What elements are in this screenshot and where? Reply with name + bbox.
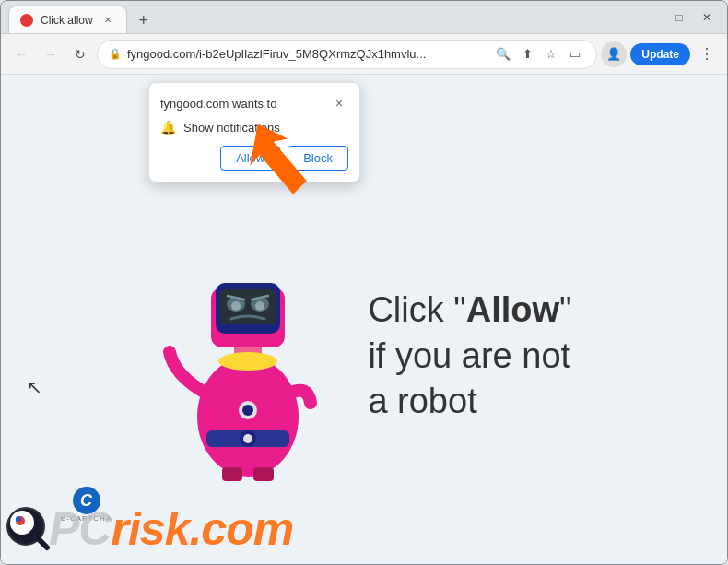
minimize-button[interactable]: — — [639, 5, 664, 30]
pc-text: PC — [49, 502, 111, 556]
close-button[interactable]: ✕ — [694, 5, 720, 30]
maximize-button[interactable]: □ — [666, 5, 692, 30]
popup-header: fyngood.com wants to × — [160, 94, 348, 112]
captcha-line3: if you are not — [368, 336, 570, 375]
robot-image — [156, 232, 340, 481]
share-icon[interactable]: ⬆ — [517, 44, 537, 65]
search-icon[interactable]: 🔍 — [493, 44, 513, 65]
svg-marker-25 — [234, 121, 313, 206]
tab-title: Click allow — [41, 14, 93, 27]
address-bar: ← → ↻ 🔒 fyngood.com/i-b2eUpIlazlFiruv_5M… — [1, 34, 727, 75]
svg-point-22 — [16, 516, 21, 522]
forward-button[interactable]: → — [38, 41, 64, 67]
cursor: ↖ — [27, 376, 42, 398]
lock-icon: 🔒 — [109, 48, 122, 60]
svg-point-14 — [243, 434, 252, 443]
reload-button[interactable]: ↻ — [67, 41, 93, 67]
svg-point-8 — [231, 301, 241, 311]
url-bar[interactable]: 🔒 fyngood.com/i-b2eUpIlazlFiruv_5M8QXrmz… — [97, 40, 597, 69]
webpage-area: Click "Allow" if you are not a robot ↖ C… — [1, 75, 727, 564]
tab-close-button[interactable]: ✕ — [100, 13, 115, 28]
active-tab[interactable]: Click allow ✕ — [8, 6, 127, 33]
svg-point-2 — [218, 352, 277, 371]
back-button[interactable]: ← — [8, 41, 34, 67]
popup-close-button[interactable]: × — [330, 94, 348, 112]
profile-button[interactable]: 👤 — [601, 41, 627, 67]
tab-favicon — [20, 14, 33, 27]
bookmark-icon[interactable]: ☆ — [541, 44, 561, 65]
browser-window: Click allow ✕ + — □ ✕ ← → ↻ 🔒 fyngood.co… — [0, 0, 728, 565]
new-tab-button[interactable]: + — [131, 7, 157, 33]
svg-point-18 — [242, 405, 253, 416]
pcrisk-text: PC risk.com — [49, 502, 293, 556]
menu-button[interactable]: ⋮ — [694, 41, 720, 67]
pcrisk-search-icon — [1, 501, 56, 557]
captcha-line1: Click "Allow" — [368, 290, 571, 329]
captcha-line4: a robot — [368, 382, 476, 420]
pcrisk-branding: PC risk.com — [1, 501, 293, 557]
url-text: fyngood.com/i-b2eUpIlazlFiruv_5M8QXrmzQJ… — [127, 47, 487, 61]
arrow-indicator — [233, 121, 316, 217]
captcha-allow-bold: Allow — [466, 290, 559, 329]
window-controls: — □ ✕ — [639, 5, 720, 30]
svg-rect-15 — [222, 467, 242, 481]
captcha-text: Click "Allow" if you are not a robot — [368, 288, 571, 424]
update-button[interactable]: Update — [630, 43, 690, 65]
robot-section: Click "Allow" if you are not a robot — [156, 232, 571, 481]
svg-point-9 — [255, 301, 264, 311]
url-action-icons: 🔍 ⬆ ☆ ▭ — [493, 44, 585, 65]
bell-icon: 🔔 — [160, 120, 176, 135]
svg-rect-16 — [253, 467, 274, 481]
sidebar-icon[interactable]: ▭ — [565, 44, 585, 65]
popup-site-text: fyngood.com wants to — [160, 97, 276, 111]
title-bar: Click allow ✕ + — □ ✕ — [1, 1, 727, 34]
risk-text: risk.com — [111, 502, 293, 556]
tab-area: Click allow ✕ + — [8, 1, 635, 33]
